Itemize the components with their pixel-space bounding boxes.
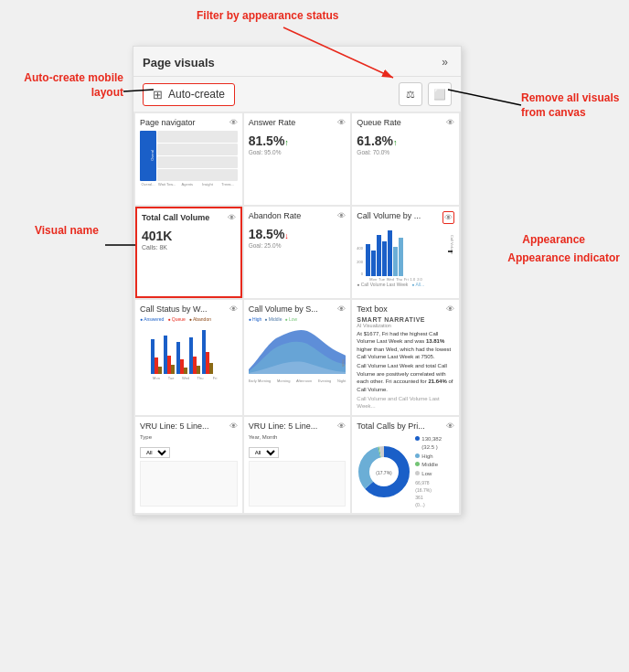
eye-icon-call-volume-by-s[interactable]: 👁 xyxy=(337,304,346,314)
visual-card-call-volume-by[interactable]: Call Volume by ... 👁 400 200 0 xyxy=(352,207,459,298)
queue-rate-goal: Goal: 70.0% xyxy=(357,149,454,155)
panel-title: Page visuals xyxy=(143,56,215,69)
visual-card-abandon-rate[interactable]: Abandon Rate 👁 18.5%↓ Goal: 25.0% xyxy=(244,207,351,298)
visual-card-header: VRU Line: 5 Line... 👁 xyxy=(249,421,346,432)
total-call-volume-sub: Calls: 8K xyxy=(142,244,236,251)
filter-type-row: Type xyxy=(140,434,238,440)
visual-card-header: Abandon Rate 👁 xyxy=(249,211,346,221)
toolbar-right: ⚖ ⬜ xyxy=(399,82,452,106)
visual-card-call-status[interactable]: Call Status by W... 👁 ● Answered ● Queue… xyxy=(135,300,242,415)
auto-create-button[interactable]: ⊞ Auto-create xyxy=(143,83,235,106)
visuals-grid: Page navigator 👁 Overal Overal... Wait T… xyxy=(133,112,461,515)
visual-name-answer-rate: Answer Rate xyxy=(249,118,336,128)
page-visuals-panel: Page visuals » ⊞ Auto-create ⚖ ⬜ Page na… xyxy=(133,46,462,516)
eraser-icon: ⬜ xyxy=(433,89,446,101)
eye-icon-page-navigator[interactable]: 👁 xyxy=(229,118,238,127)
eye-icon-vru-line-1[interactable]: 👁 xyxy=(229,421,238,431)
visual-card-page-navigator[interactable]: Page navigator 👁 Overal Overal... Wait T… xyxy=(135,113,242,205)
visual-name-call-volume-by-s: Call Volume by S... xyxy=(249,304,336,315)
filter-icon: ⚖ xyxy=(406,89,415,101)
visual-name-abandon-rate: Abandon Rate xyxy=(249,211,336,221)
visual-card-text-box[interactable]: Text box 👁 SMART NARRATIVE AI Visualizat… xyxy=(352,300,459,415)
answer-rate-stat: 81.5%↑ xyxy=(249,133,289,148)
annotation-auto-create-mobile: Auto-create mobile layout xyxy=(5,71,123,100)
annotation-appearance: Appearance xyxy=(522,233,585,248)
visual-card-header: VRU Line: 5 Line... 👁 xyxy=(140,421,238,432)
eye-icon-abandon-rate[interactable]: 👁 xyxy=(337,211,346,220)
visual-card-total-calls-by-pri[interactable]: Total Calls by Pri... 👁 (17.7%) xyxy=(352,417,459,514)
visual-name-total-call-volume: Total Call Volume xyxy=(142,213,226,223)
eye-icon-vru-line-2[interactable]: 👁 xyxy=(337,421,346,431)
eye-icon-call-volume-by[interactable]: 👁 xyxy=(442,211,454,224)
queue-rate-stat: 61.8%↑ xyxy=(357,133,397,148)
svg-text:(17.7%): (17.7%) xyxy=(377,470,393,475)
eye-icon-queue-rate[interactable]: 👁 xyxy=(446,118,454,127)
visual-card-header: Page navigator 👁 xyxy=(140,118,238,128)
abandon-rate-stat: 18.5%↓ xyxy=(249,227,289,241)
eye-icon-text-box[interactable]: 👁 xyxy=(446,304,454,314)
visual-name-vru-line-1: VRU Line: 5 Line... xyxy=(140,421,228,432)
visual-card-header: Call Volume by S... 👁 xyxy=(249,304,346,315)
text-box-body2: Call Volume Last Week and total Call Vol… xyxy=(357,362,454,393)
visual-card-call-volume-by-s[interactable]: Call Volume by S... 👁 ● High ● Middle ● … xyxy=(244,300,351,415)
donut-container: (17.7%) 130,382 (32.5 ) High Middle Low … xyxy=(357,435,454,509)
visual-name-call-status: Call Status by W... xyxy=(140,304,228,315)
panel-collapse-button[interactable]: » xyxy=(438,54,452,70)
visual-name-page-navigator: Page navigator xyxy=(140,118,228,128)
answer-rate-goal: Goal: 95.0% xyxy=(249,149,346,155)
visual-card-queue-rate[interactable]: Queue Rate 👁 61.8%↑ Goal: 70.0% xyxy=(352,113,459,205)
eye-icon-total-calls-by-pri[interactable]: 👁 xyxy=(446,421,454,431)
visual-card-header: Queue Rate 👁 xyxy=(357,118,454,128)
abandon-rate-goal: Goal: 25.0% xyxy=(249,242,346,249)
visual-card-header: Total Calls by Pri... 👁 xyxy=(357,421,454,432)
grid-layout-icon: ⊞ xyxy=(153,88,163,101)
filter-year-month-row: Year, Month xyxy=(249,434,346,440)
visual-name-text-box: Text box xyxy=(357,304,444,315)
eye-icon-total-call-volume[interactable]: 👁 xyxy=(228,213,236,222)
auto-create-label: Auto-create xyxy=(168,88,225,101)
visual-card-header: Answer Rate 👁 xyxy=(249,118,346,128)
filter-type-select[interactable]: All xyxy=(140,447,170,458)
filter-appearance-button[interactable]: ⚖ xyxy=(399,82,422,106)
panel-header: Page visuals » xyxy=(133,47,461,77)
visual-card-header: Total Call Volume 👁 xyxy=(142,213,236,223)
visual-card-answer-rate[interactable]: Answer Rate 👁 81.5%↑ Goal: 95.0% xyxy=(244,113,351,205)
visual-name-total-calls-by-pri: Total Calls by Pri... xyxy=(357,421,444,432)
annotation-filter-by-appearance: Filter by appearance status xyxy=(197,9,338,24)
eye-icon-call-status[interactable]: 👁 xyxy=(229,304,238,314)
visual-card-vru-line-2[interactable]: VRU Line: 5 Line... 👁 Year, Month All xyxy=(244,417,351,514)
remove-visuals-button[interactable]: ⬜ xyxy=(428,82,452,106)
visual-card-header: Text box 👁 xyxy=(357,304,454,315)
visual-card-vru-line-1[interactable]: VRU Line: 5 Line... 👁 Type All xyxy=(135,417,242,514)
visual-card-header: Call Status by W... 👁 xyxy=(140,304,238,315)
eye-icon-answer-rate[interactable]: 👁 xyxy=(337,118,346,127)
text-box-title: SMART NARRATIVE xyxy=(357,316,454,323)
annotation-appearance-indicator: Appearance indicator xyxy=(507,251,620,266)
visual-name-call-volume-by: Call Volume by ... xyxy=(357,211,441,221)
visual-card-total-call-volume[interactable]: Total Call Volume 👁 401K Calls: 8K xyxy=(135,207,242,298)
visual-name-queue-rate: Queue Rate xyxy=(357,118,444,128)
auto-create-bar: ⊞ Auto-create ⚖ ⬜ xyxy=(133,77,461,112)
annotation-remove-visuals: Remove all visuals from canvas xyxy=(521,91,622,120)
visual-name-vru-line-2: VRU Line: 5 Line... xyxy=(249,421,336,432)
total-call-volume-stat: 401K xyxy=(142,229,172,243)
visual-card-header: Call Volume by ... 👁 xyxy=(357,211,454,224)
text-box-body: At $1677, Fri had the highest Call Volum… xyxy=(357,330,454,361)
donut-legend: 130,382 (32.5 ) High Middle Low 66,978 (… xyxy=(415,435,442,509)
filter-year-month-select[interactable]: All xyxy=(249,447,279,458)
annotation-visual-name: Visual name xyxy=(35,224,99,239)
text-box-body3: Call Volume and Call Volume Last Week... xyxy=(357,395,454,411)
